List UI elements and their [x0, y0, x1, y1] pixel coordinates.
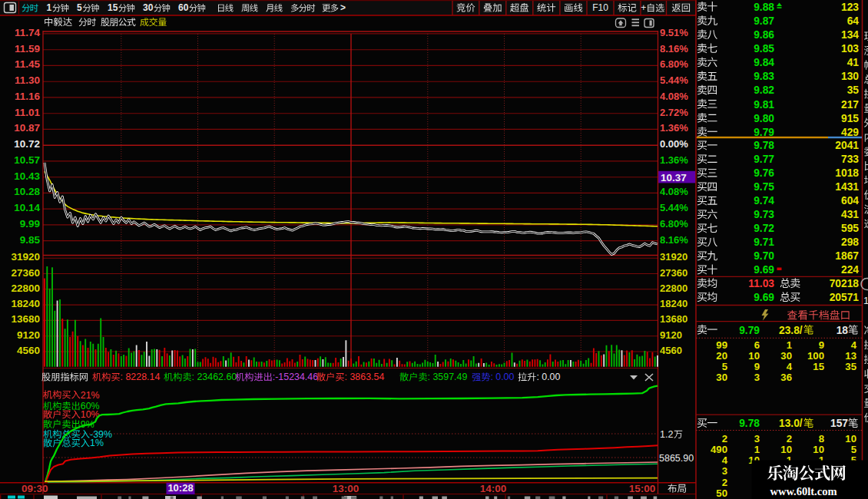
svg-text:10:28: 10:28 — [167, 482, 193, 494]
svg-text:1.36%: 1.36% — [660, 122, 688, 134]
svg-text:9.81: 9.81 — [754, 99, 774, 111]
svg-text:36: 36 — [780, 372, 792, 383]
svg-text:103: 103 — [841, 43, 859, 55]
svg-text:50: 50 — [716, 487, 727, 499]
svg-text:22800: 22800 — [11, 283, 40, 294]
svg-text:31920: 31920 — [660, 251, 687, 263]
svg-text:733: 733 — [841, 154, 859, 165]
svg-text:9.69: 9.69 — [754, 264, 774, 276]
svg-text:10: 10 — [780, 444, 792, 455]
svg-text:1867: 1867 — [835, 250, 859, 262]
svg-text:2041: 2041 — [835, 140, 859, 151]
svg-text:41: 41 — [847, 57, 860, 68]
svg-text:14:00: 14:00 — [480, 483, 507, 494]
svg-text:30: 30 — [780, 350, 792, 362]
svg-text:09:30: 09:30 — [22, 483, 48, 494]
svg-text:5: 5 — [722, 361, 727, 372]
svg-text:4.08%: 4.08% — [660, 91, 688, 102]
svg-text:9.86: 9.86 — [754, 29, 774, 41]
svg-text:9.71: 9.71 — [754, 236, 774, 248]
svg-text:11.16: 11.16 — [15, 91, 41, 102]
svg-text:60: 60 — [178, 2, 189, 13]
svg-text:1: 1 — [47, 2, 52, 13]
svg-text:18240: 18240 — [660, 298, 687, 309]
svg-text:64: 64 — [847, 15, 860, 27]
svg-text:224: 224 — [841, 264, 859, 276]
svg-text:9.85: 9.85 — [754, 43, 774, 55]
svg-text:9.73: 9.73 — [754, 209, 774, 220]
svg-text:595: 595 — [841, 223, 859, 234]
svg-text:15: 15 — [108, 2, 118, 13]
svg-text:9.69: 9.69 — [754, 292, 774, 303]
svg-text:9.74: 9.74 — [754, 195, 774, 207]
svg-text:9.76: 9.76 — [754, 167, 774, 179]
svg-text:20: 20 — [716, 350, 727, 362]
svg-text:9.51%: 9.51% — [660, 27, 688, 38]
svg-text:217: 217 — [841, 99, 859, 111]
svg-text:429: 429 — [841, 127, 859, 138]
svg-text:8.16%: 8.16% — [660, 43, 688, 55]
svg-text:915: 915 — [841, 113, 859, 124]
svg-text:13680: 13680 — [660, 313, 687, 325]
svg-text:6.80%: 6.80% — [660, 218, 688, 230]
svg-text:1.36%: 1.36% — [660, 154, 688, 166]
svg-text:1: 1 — [863, 295, 868, 306]
svg-text:9.82: 9.82 — [754, 84, 774, 96]
svg-text:2: 2 — [722, 477, 727, 488]
svg-text:10: 10 — [748, 350, 760, 362]
svg-text:11.30: 11.30 — [15, 74, 40, 86]
svg-text:9.88: 9.88 — [754, 2, 774, 13]
svg-text:2.72%: 2.72% — [660, 107, 688, 118]
svg-text:4: 4 — [787, 361, 793, 372]
svg-text:F10: F10 — [592, 2, 608, 13]
svg-text:18: 18 — [837, 325, 849, 336]
svg-text:9.79: 9.79 — [739, 325, 760, 336]
svg-text:13:00: 13:00 — [333, 483, 359, 494]
svg-text:604: 604 — [841, 195, 859, 207]
svg-text:5.44%: 5.44% — [660, 202, 688, 213]
svg-text:3: 3 — [754, 433, 760, 444]
svg-text:298: 298 — [841, 236, 859, 248]
svg-text:13.0/: 13.0/ — [779, 418, 803, 429]
svg-text:6: 6 — [754, 339, 760, 351]
svg-text:6.80%: 6.80% — [660, 58, 688, 70]
svg-text:15: 15 — [813, 361, 824, 372]
svg-text:3: 3 — [754, 372, 760, 383]
svg-text:9.79: 9.79 — [754, 127, 774, 138]
svg-text:157: 157 — [830, 418, 848, 429]
svg-text:11.03: 11.03 — [748, 278, 774, 289]
svg-text:18240: 18240 — [11, 298, 40, 309]
svg-text:11.59: 11.59 — [15, 43, 40, 55]
svg-text:10.14: 10.14 — [14, 202, 40, 213]
svg-text:9.72: 9.72 — [754, 223, 774, 234]
svg-text:1018: 1018 — [835, 167, 859, 179]
svg-text:9.77: 9.77 — [754, 154, 774, 165]
svg-text:8: 8 — [819, 433, 824, 444]
svg-text:15:00: 15:00 — [629, 483, 656, 494]
svg-text:5.44%: 5.44% — [660, 74, 688, 86]
svg-text:10: 10 — [813, 444, 824, 455]
svg-text:0.00%: 0.00% — [660, 138, 688, 150]
svg-text:5865.90: 5865.90 — [659, 453, 694, 464]
svg-text:4560: 4560 — [17, 345, 40, 356]
svg-text:123: 123 — [841, 2, 859, 13]
svg-text:9: 9 — [819, 339, 824, 351]
svg-text:13: 13 — [845, 350, 856, 362]
svg-text:5: 5 — [77, 2, 82, 13]
svg-text:4.08%: 4.08% — [660, 186, 688, 197]
svg-text:431: 431 — [841, 209, 859, 220]
svg-text:130: 130 — [841, 71, 859, 82]
svg-text:27360: 27360 — [11, 267, 40, 279]
svg-text:>: > — [340, 2, 346, 13]
svg-text:21%: 21% — [81, 390, 100, 401]
svg-text:35: 35 — [845, 361, 856, 372]
svg-text:4: 4 — [722, 454, 728, 466]
svg-text:9.80: 9.80 — [754, 113, 774, 124]
svg-text:1: 1 — [787, 339, 792, 351]
svg-text:13680: 13680 — [11, 313, 40, 325]
svg-text:8.16%: 8.16% — [660, 234, 688, 246]
svg-text:9.78: 9.78 — [739, 418, 760, 429]
svg-text:9: 9 — [754, 361, 760, 372]
svg-text:10.28: 10.28 — [14, 186, 40, 197]
svg-text:23.8/: 23.8/ — [779, 325, 803, 336]
